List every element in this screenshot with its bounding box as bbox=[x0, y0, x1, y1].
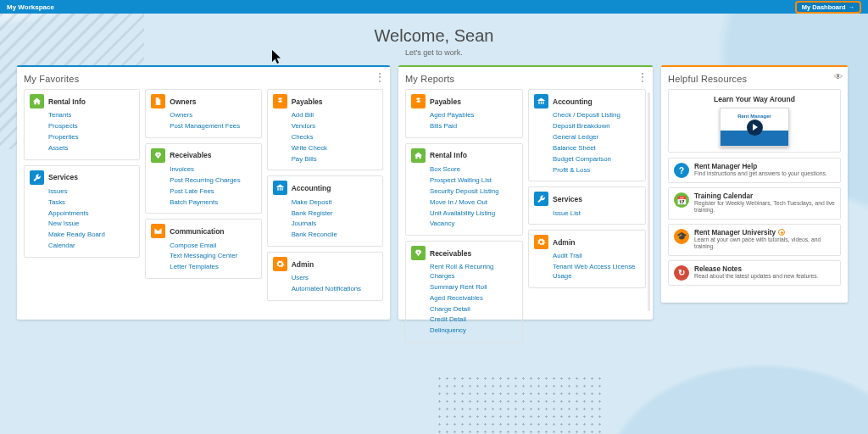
welcome-subtitle: Let's get to work. bbox=[0, 48, 868, 57]
link-prospects[interactable]: Prospects bbox=[30, 121, 134, 132]
gear-icon bbox=[534, 235, 548, 249]
bank-icon bbox=[534, 94, 548, 108]
link-credit-detail[interactable]: Credit Detail bbox=[411, 314, 517, 326]
card-rental-info: Rental InfoTenantsProspectsPropertiesAss… bbox=[24, 89, 140, 160]
link-vendors[interactable]: Vendors bbox=[273, 121, 377, 132]
link-aged-payables[interactable]: Aged Payables bbox=[411, 110, 517, 121]
link-batch-payments[interactable]: Batch Payments bbox=[151, 197, 255, 208]
link-audit-trail[interactable]: Audit Trail bbox=[534, 251, 640, 262]
visibility-icon[interactable]: 👁 bbox=[834, 72, 843, 81]
card-admin: AdminAudit TrailTenant Web Access Licens… bbox=[528, 230, 646, 287]
link-automated-notifications[interactable]: Automated Notifications bbox=[273, 284, 377, 295]
help-item-desc: Register for Weekly Webinars, Tech Tuesd… bbox=[694, 200, 835, 214]
help-training-calendar[interactable]: 📅Training CalendarRegister for Weekly We… bbox=[668, 187, 841, 220]
help-rent-manager-university[interactable]: 🎓Rent Manager University✦Learn at your o… bbox=[668, 224, 841, 256]
link-vacancy[interactable]: Vacancy bbox=[411, 219, 517, 230]
link-appointments[interactable]: Appointments bbox=[30, 208, 134, 219]
card-admin: AdminUsersAutomated Notifications bbox=[267, 252, 383, 301]
help-rent-manager-help[interactable]: ?Rent Manager HelpFind instructions and … bbox=[668, 158, 841, 183]
link-letter-templates[interactable]: Letter Templates bbox=[151, 262, 255, 273]
card-title: Accounting bbox=[553, 97, 593, 106]
card-title: Payables bbox=[430, 97, 461, 106]
card-title: Rental Info bbox=[430, 151, 467, 159]
card-title: Accounting bbox=[292, 184, 331, 192]
favorites-panel: ⋮ My Favorites Rental InfoTenantsProspec… bbox=[17, 65, 390, 320]
link-bills-paid[interactable]: Bills Paid bbox=[411, 121, 517, 132]
card-rental-info: Rental InfoBox ScoreProspect Waiting Lis… bbox=[405, 143, 523, 236]
link-security-deposit-listing[interactable]: Security Deposit Listing bbox=[411, 186, 517, 198]
home-icon bbox=[411, 148, 426, 163]
reports-scrollbar[interactable] bbox=[648, 92, 650, 311]
link-checks[interactable]: Checks bbox=[273, 132, 377, 143]
reports-more-icon[interactable]: ⋮ bbox=[637, 72, 648, 82]
help-release-notes[interactable]: ↻Release NotesRead about the latest upda… bbox=[668, 260, 841, 286]
link-prospect-waiting-list[interactable]: Prospect Waiting List bbox=[411, 175, 517, 186]
link-rent-roll-recurring-charges[interactable]: Rent Roll & Recurring Charges bbox=[411, 262, 517, 281]
help-item-title: Training Calendar bbox=[694, 192, 835, 200]
play-icon bbox=[747, 120, 763, 136]
link-pay-bills[interactable]: Pay Bills bbox=[273, 154, 377, 165]
favorites-more-icon[interactable]: ⋮ bbox=[375, 72, 385, 82]
link-add-bill[interactable]: Add Bill bbox=[273, 110, 377, 121]
link-bank-register[interactable]: Bank Register bbox=[273, 208, 377, 219]
help-item-desc: Find instructions and get answers to you… bbox=[694, 170, 827, 177]
link-tenant-web-access-license-usage[interactable]: Tenant Web Access License Usage bbox=[534, 262, 640, 281]
link-tenants[interactable]: Tenants bbox=[30, 110, 134, 121]
welcome-heading: Welcome, Sean bbox=[0, 26, 868, 46]
dollar-icon bbox=[273, 94, 287, 108]
link-profit-loss[interactable]: Profit & Loss bbox=[534, 164, 640, 175]
link-balance-sheet[interactable]: Balance Sheet bbox=[534, 143, 640, 154]
card-title: Receivables bbox=[170, 151, 211, 159]
link-write-check[interactable]: Write Check bbox=[273, 143, 377, 154]
link-box-score[interactable]: Box Score bbox=[411, 164, 517, 175]
link-budget-comparison[interactable]: Budget Comparison bbox=[534, 154, 640, 165]
new-badge-icon: ✦ bbox=[778, 229, 785, 236]
reports-title: My Reports bbox=[405, 74, 646, 84]
link-calendar[interactable]: Calendar bbox=[30, 241, 134, 252]
card-title: Communication bbox=[170, 227, 224, 236]
link-journals[interactable]: Journals bbox=[273, 219, 377, 230]
link-compose-email[interactable]: Compose Email bbox=[151, 240, 255, 251]
learn-title: Learn Your Way Around bbox=[674, 95, 835, 103]
card-title: Owners bbox=[170, 97, 196, 106]
link-general-ledger[interactable]: General Ledger bbox=[534, 132, 640, 143]
link-issues[interactable]: Issues bbox=[30, 186, 134, 198]
card-title: Services bbox=[48, 173, 78, 181]
help-glyph-icon: 🎓 bbox=[674, 229, 689, 244]
link-deposit-breakdown[interactable]: Deposit Breakdown bbox=[534, 121, 640, 132]
link-tasks[interactable]: Tasks bbox=[30, 197, 134, 208]
link-owners[interactable]: Owners bbox=[151, 110, 255, 121]
link-summary-rent-roll[interactable]: Summary Rent Roll bbox=[411, 282, 517, 293]
link-assets[interactable]: Assets bbox=[30, 143, 134, 154]
link-delinquency[interactable]: Delinquency bbox=[411, 326, 517, 337]
card-services: ServicesIssue List bbox=[528, 186, 646, 225]
link-unit-availability-listing[interactable]: Unit Availability Listing bbox=[411, 208, 517, 219]
link-properties[interactable]: Properties bbox=[30, 132, 134, 143]
my-dashboard-button[interactable]: My Dashboard → bbox=[795, 1, 861, 14]
link-post-management-fees[interactable]: Post Management Fees bbox=[151, 121, 255, 132]
card-title: Admin bbox=[292, 260, 314, 269]
link-check-deposit-listing[interactable]: Check / Deposit Listing bbox=[534, 110, 640, 121]
help-item-title: Release Notes bbox=[694, 265, 819, 273]
intro-video[interactable]: Rent Manager bbox=[720, 108, 789, 147]
link-issue-list[interactable]: Issue List bbox=[534, 208, 640, 219]
link-aged-receivables[interactable]: Aged Receivables bbox=[411, 292, 517, 303]
card-accounting: AccountingCheck / Deposit ListingDeposit… bbox=[528, 89, 646, 181]
gear-icon bbox=[273, 257, 287, 271]
bank-icon bbox=[273, 181, 287, 195]
link-text-messaging-center[interactable]: Text Messaging Center bbox=[151, 251, 255, 262]
link-make-deposit[interactable]: Make Deposit bbox=[273, 197, 377, 208]
card-title: Receivables bbox=[430, 249, 471, 258]
mail-icon bbox=[151, 224, 165, 238]
link-make-ready-board[interactable]: Make Ready Board bbox=[30, 230, 134, 241]
link-invoices[interactable]: Invoices bbox=[151, 164, 255, 175]
link-bank-reconcile[interactable]: Bank Reconcile bbox=[273, 230, 377, 241]
link-charge-detail[interactable]: Charge Detail bbox=[411, 303, 517, 314]
link-move-in-move-out[interactable]: Move In / Move Out bbox=[411, 197, 517, 208]
card-title: Rental Info bbox=[48, 97, 86, 106]
link-new-issue[interactable]: New Issue bbox=[30, 219, 134, 230]
learn-card: Learn Your Way Around Rent Manager bbox=[668, 89, 841, 153]
link-post-late-fees[interactable]: Post Late Fees bbox=[151, 186, 255, 198]
link-users[interactable]: Users bbox=[273, 273, 377, 284]
link-post-recurring-charges[interactable]: Post Recurring Charges bbox=[151, 175, 255, 186]
